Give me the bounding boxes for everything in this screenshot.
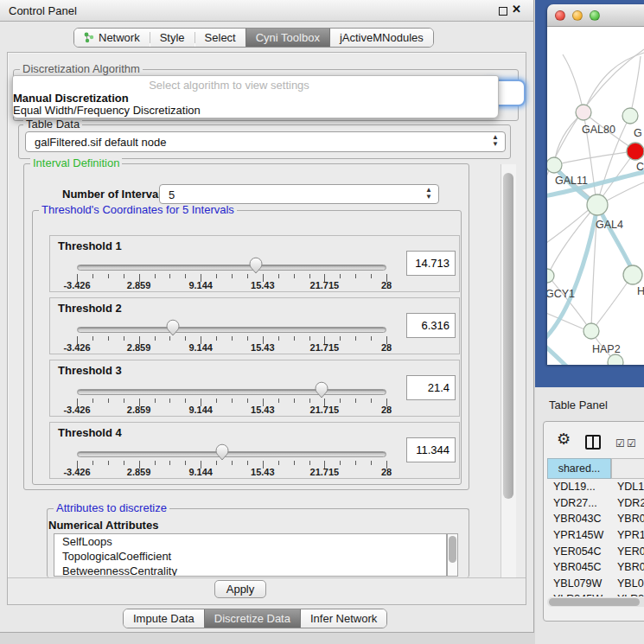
network-node-label: G — [634, 127, 642, 139]
threshold-slider-handle[interactable] — [249, 257, 263, 274]
gear-icon[interactable]: ⚙ — [557, 430, 571, 449]
table-data-combobox[interactable]: galFiltered.sif default node ▲▼ — [25, 131, 506, 152]
threshold-label: Threshold 1 — [58, 239, 122, 252]
table-row[interactable]: YBL079WYBL0 — [547, 576, 644, 592]
table-cell[interactable]: YDL19... — [547, 479, 611, 495]
table-cell[interactable]: YBR0 — [611, 511, 644, 527]
table-cell[interactable]: YLR3 — [611, 591, 644, 596]
tab-label: Infer Network — [310, 612, 377, 625]
network-node[interactable] — [547, 269, 554, 283]
tab-label: Style — [160, 31, 185, 44]
threshold-slider-track[interactable] — [77, 265, 386, 271]
table-row[interactable]: YBR043CYBR0 — [547, 511, 644, 527]
dropdown-option-equal-width-frequency[interactable]: Equal Width/Frequency Discretization — [13, 104, 498, 117]
slider-scale-labels: -3.4262.8599.14415.4321.71528 — [77, 342, 386, 353]
node-table: shared...nYDL19...YDL1YDR27...YDR2YBR043… — [547, 458, 644, 596]
tab-label: Impute Data — [133, 612, 194, 625]
table-row[interactable]: YBR045CYBR0 — [547, 559, 644, 576]
table-row[interactable]: YPR145WYPR1 — [547, 527, 644, 544]
table-cell[interactable]: YBR043C — [547, 511, 611, 527]
mac-minimize-icon[interactable] — [572, 10, 583, 21]
tab-cyni-toolbox[interactable]: Cyni Toolbox — [245, 29, 330, 47]
threshold-slider-handle[interactable] — [215, 443, 229, 461]
network-node[interactable] — [608, 354, 623, 365]
table-cell[interactable]: YER054C — [547, 543, 611, 559]
table-row[interactable]: YER054CYER0 — [547, 543, 644, 559]
select-all-icon[interactable]: ☑ — [627, 437, 636, 450]
mac-close-icon[interactable] — [555, 10, 565, 21]
table-hscrollbar-thumb[interactable] — [549, 598, 640, 606]
table-cell[interactable]: YER0 — [611, 543, 644, 559]
tab-jactivemnodules[interactable]: jActiveMNodules — [330, 29, 433, 47]
float-window-icon[interactable] — [499, 7, 507, 16]
apply-button[interactable]: Apply — [214, 580, 266, 598]
network-node[interactable] — [623, 265, 642, 284]
network-node[interactable] — [547, 157, 562, 173]
number-of-intervals-combobox[interactable]: 5 ▲▼ — [159, 184, 439, 204]
table-cell[interactable]: YBR045C — [547, 559, 611, 576]
panel-scrollbar-thumb[interactable] — [503, 173, 513, 499]
threshold-slider-handle[interactable] — [315, 381, 328, 399]
table-data-value: galFiltered.sif default node — [35, 136, 166, 149]
network-node-label: GAL11 — [555, 175, 588, 187]
tab-label: Network — [99, 31, 140, 44]
threshold-value-field[interactable]: 6.316 — [406, 313, 456, 338]
threshold-value-field[interactable]: 21.4 — [406, 375, 456, 400]
tab-impute-data[interactable]: Impute Data — [124, 609, 204, 628]
attribute-list-item[interactable]: SelfLoops — [54, 534, 446, 549]
tab-style[interactable]: Style — [150, 29, 194, 47]
attributes-list-scrollbar-thumb[interactable] — [449, 536, 456, 563]
table-row[interactable]: YDL19...YDL1 — [547, 479, 644, 495]
threshold-slider-track[interactable] — [77, 389, 386, 395]
network-node[interactable] — [576, 105, 591, 120]
network-node[interactable] — [587, 194, 608, 215]
table-panel-container: ⚙ ☑ ☑ shared...nYDL19...YDL1YDR27...YDR2… — [543, 421, 644, 622]
threshold-slider-track[interactable] — [77, 327, 386, 333]
apply-strip — [8, 577, 526, 604]
table-cell[interactable]: YBL079W — [547, 576, 611, 592]
network-node[interactable] — [622, 108, 638, 124]
network-edge — [583, 53, 644, 112]
network-canvas[interactable]: GAL80GCGAL11GAL4GCY1HHAP2 — [547, 27, 644, 365]
threshold-value-field[interactable]: 14.713 — [406, 251, 456, 276]
network-edge-highlighted — [547, 207, 597, 340]
table-cell[interactable]: YDR27... — [547, 495, 611, 512]
table-cell[interactable]: YBL0 — [611, 576, 644, 592]
threshold-value-field[interactable]: 11.344 — [406, 437, 456, 462]
table-cell[interactable]: YBR0 — [611, 559, 644, 576]
network-edge — [554, 112, 583, 165]
interval-definition-title: Interval Definition — [30, 157, 122, 169]
attribute-list-item[interactable]: TopologicalCoefficient — [54, 549, 446, 564]
split-view-icon[interactable] — [585, 435, 601, 450]
threshold-slider-track[interactable] — [77, 451, 386, 457]
thresholds-coordinates-title: Threshold's Coordinates for 5 Intervals — [39, 204, 237, 216]
table-panel-toolbar: ⚙ ☑ ☑ — [544, 422, 644, 458]
table-row[interactable]: YDR27...YDR2 — [547, 495, 644, 512]
tab-label: jActiveMNodules — [340, 31, 424, 44]
table-cell[interactable]: YPR145W — [547, 527, 611, 544]
network-node-label: GAL4 — [596, 219, 623, 231]
table-cell[interactable]: YLR345W — [547, 591, 611, 596]
column-header-shared-name[interactable]: shared... — [547, 458, 611, 479]
dropdown-option-manual-discretization[interactable]: Manual Discretization — [13, 92, 498, 105]
network-node-label: H — [637, 285, 644, 297]
table-cell[interactable]: YDL1 — [611, 479, 644, 495]
column-header-name[interactable]: n — [611, 458, 644, 479]
table-cell[interactable]: YPR1 — [611, 527, 644, 544]
network-node-label: HAP2 — [592, 343, 621, 355]
network-node-label: GAL80 — [582, 124, 615, 136]
tab-infer-network[interactable]: Infer Network — [301, 609, 386, 628]
threshold-slider-handle[interactable] — [166, 319, 180, 336]
table-cell[interactable]: YDR2 — [611, 495, 644, 512]
network-node[interactable] — [583, 323, 599, 339]
discretization-algorithm-title: Discretization Algorithm — [20, 63, 143, 75]
attribute-list-item[interactable]: BetweennessCentrality — [54, 564, 446, 577]
tab-discretize-data[interactable]: Discretize Data — [204, 609, 301, 628]
select-columns-icon[interactable]: ☑ — [615, 437, 625, 450]
table-row[interactable]: YLR345WYLR3 — [547, 591, 644, 596]
network-node[interactable] — [627, 143, 644, 160]
close-icon[interactable]: ✕ — [512, 3, 521, 16]
tab-network[interactable]: Network — [74, 29, 150, 47]
mac-zoom-icon[interactable] — [590, 10, 600, 21]
tab-select[interactable]: Select — [195, 29, 245, 47]
